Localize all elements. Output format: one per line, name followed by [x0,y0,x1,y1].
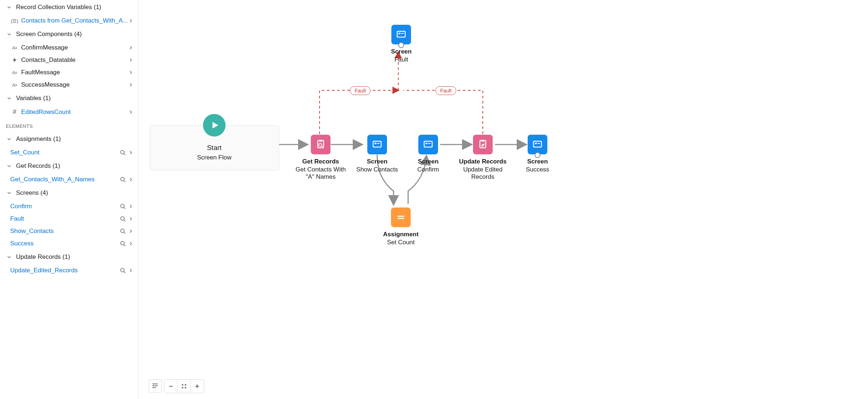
chevron-right-icon[interactable] [129,150,133,155]
svg-point-4 [121,204,124,208]
group-screens[interactable]: Screens (4) [0,186,138,200]
screen-icon [391,25,411,44]
connector-ring[interactable] [535,152,540,158]
search-icon[interactable] [120,150,126,155]
number-icon: # [10,108,19,116]
update-records-icon [473,135,493,154]
svg-point-23 [319,143,322,146]
group-label: Screens (4) [16,189,48,197]
node-get-records[interactable]: Get Records Get Contacts With "A" Names [292,135,350,181]
connector-ring[interactable] [398,42,404,48]
node-fault-screen[interactable]: Screen Fault [391,25,412,63]
chevron-down-icon [6,137,12,141]
node-title: Update Records [459,158,507,165]
chevron-right-icon[interactable] [129,204,133,209]
search-icon[interactable] [120,228,126,234]
flow-canvas[interactable]: Start Screen Flow Screen Fault Get Recor… [138,0,868,399]
chevron-right-icon[interactable] [129,19,133,23]
canvas-controls [149,379,204,393]
start-node[interactable]: Start Screen Flow [149,125,279,170]
item-confirm-message[interactable]: Aa ConfirmMessage [0,42,138,54]
svg-rect-25 [373,141,381,147]
chevron-right-icon[interactable] [129,268,133,273]
sidebar: Record Collection Variables (1) (☰) Cont… [0,0,138,399]
item-label: Contacts_Datatable [21,56,129,64]
search-icon[interactable] [120,241,126,246]
item-label: ConfirmMessage [21,44,129,51]
svg-rect-39 [155,383,156,384]
item-success-message[interactable]: Aa SuccessMessage [0,79,138,91]
svg-line-7 [124,220,125,221]
fit-to-screen-button[interactable] [177,380,191,393]
chevron-right-icon[interactable] [129,229,133,233]
item-label: Set_Count [10,149,120,156]
item-contacts-from-get[interactable]: (☰) Contacts from Get_Contacts_With_A... [0,15,138,27]
chevron-right-icon[interactable] [129,58,133,62]
select-tool-button[interactable] [149,379,162,392]
item-label: SuccessMessage [21,81,129,88]
svg-point-2 [121,177,124,181]
item-update-edited-records[interactable]: Update_Edited_Records [0,264,138,277]
svg-rect-42 [155,385,156,386]
svg-line-1 [124,154,125,155]
node-assignment[interactable]: Assignment Set Count [379,208,423,246]
item-label: Fault [10,215,120,222]
group-variables[interactable]: Variables (1) [0,91,138,106]
chevron-down-icon [6,5,12,9]
item-fault-screen[interactable]: Fault [0,213,138,225]
chevron-right-icon[interactable] [129,46,133,50]
search-icon[interactable] [120,216,126,222]
chevron-right-icon[interactable] [129,241,133,246]
node-update-records[interactable]: Update Records Update Edited Records [455,135,510,181]
chevron-right-icon[interactable] [129,83,133,87]
search-icon[interactable] [120,268,126,273]
text-icon: Aa [10,70,19,75]
chevron-right-icon[interactable] [129,110,133,114]
node-confirm[interactable]: Screen Confirm [412,135,445,173]
node-sub: Show Contacts [356,166,398,173]
svg-point-8 [121,229,124,233]
item-get-contacts-a-names[interactable]: Get_Contacts_With_A_Names [0,173,138,186]
svg-rect-38 [153,383,154,384]
bolt-icon [10,58,19,63]
search-icon[interactable] [120,204,126,209]
item-label: Success [10,240,120,247]
chevron-down-icon [6,32,12,36]
zoom-in-button[interactable] [191,380,204,393]
item-set-count[interactable]: Set_Count [0,146,138,159]
group-update-records[interactable]: Update Records (1) [0,250,138,264]
node-sub: Fault [394,56,408,63]
svg-rect-45 [155,387,156,388]
item-confirm-screen[interactable]: Confirm [0,200,138,213]
item-success-screen[interactable]: Success [0,237,138,250]
svg-rect-41 [153,385,154,386]
collection-icon: (☰) [10,18,19,24]
search-icon[interactable] [120,177,126,182]
svg-rect-26 [375,143,376,144]
play-icon [203,114,226,137]
item-show-contacts-screen[interactable]: Show_Contacts [0,225,138,237]
node-sub: Get Contacts With "A" Names [292,166,350,181]
group-get-records[interactable]: Get Records (1) [0,159,138,173]
svg-point-0 [121,150,124,154]
screen-icon [367,135,387,154]
group-screen-components[interactable]: Screen Components (4) [0,27,138,42]
item-contacts-datatable[interactable]: Contacts_Datatable [0,54,138,66]
node-success[interactable]: Screen Success [521,135,554,173]
node-show-contacts[interactable]: Screen Show Contacts [353,135,401,173]
node-sub: Confirm [417,166,439,173]
chevron-right-icon[interactable] [129,177,133,182]
item-edited-rows-count[interactable]: # EditedRowsCount [0,106,138,118]
group-assignments[interactable]: Assignments (1) [0,132,138,146]
svg-rect-22 [319,140,322,142]
chevron-right-icon[interactable] [129,217,133,221]
item-fault-message[interactable]: Aa FaultMessage [0,66,138,79]
svg-line-3 [124,181,125,182]
node-title: Assignment [383,231,418,238]
text-icon: Aa [10,45,19,51]
group-record-collection-variables[interactable]: Record Collection Variables (1) [0,0,138,15]
zoom-out-button[interactable] [164,380,177,393]
svg-line-11 [124,245,125,246]
group-label: Assignments (1) [16,135,61,143]
chevron-right-icon[interactable] [129,70,133,75]
